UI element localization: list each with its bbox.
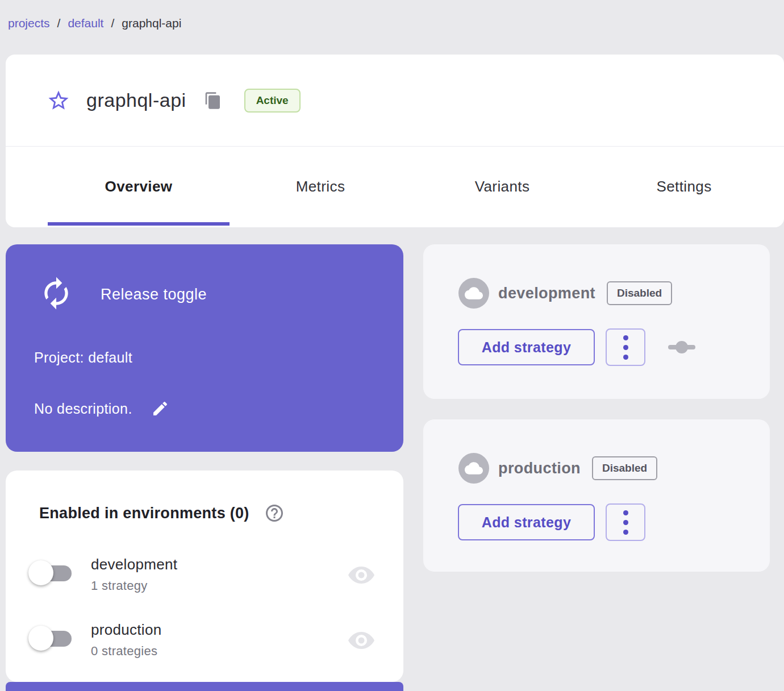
breadcrumb-link-default[interactable]: default — [68, 16, 103, 30]
flag-type-card: Release toggle Project: default No descr… — [6, 244, 403, 452]
environment-name: production — [498, 460, 581, 477]
status-badge: Active — [244, 89, 301, 113]
kebab-menu-icon[interactable] — [606, 328, 645, 366]
row-strategy-count: 0 strategies — [91, 644, 161, 659]
next-card-top-edge — [6, 682, 403, 691]
row-labels: production 0 strategies — [91, 621, 161, 659]
environment-actions: Add strategy — [458, 503, 645, 541]
row-labels: development 1 strategy — [91, 556, 177, 593]
cloud-icon — [458, 453, 489, 484]
tab-settings-label: Settings — [656, 178, 711, 195]
commit-icon — [668, 340, 695, 355]
header-card: graphql-api Active Overview Metrics Vari… — [6, 55, 784, 227]
enabled-environments-header: Enabled in environments (0) — [39, 503, 285, 523]
environment-card-production: production Disabled Add strategy — [423, 419, 770, 572]
tab-overview[interactable]: Overview — [48, 147, 230, 227]
flag-project-label: Project: default — [34, 349, 132, 366]
tab-settings[interactable]: Settings — [593, 147, 775, 227]
breadcrumb: projects / default / graphql-api — [8, 16, 181, 30]
add-strategy-button[interactable]: Add strategy — [458, 329, 595, 365]
flag-type-row: Release toggle — [39, 276, 207, 313]
pencil-icon[interactable] — [151, 399, 170, 418]
active-tab-underline — [48, 222, 230, 226]
breadcrumb-separator: / — [111, 16, 114, 30]
environment-toggle-row: development 1 strategy — [28, 556, 386, 608]
row-environment-name: development — [91, 556, 177, 573]
environment-toggle-row: production 0 strategies — [28, 621, 386, 673]
tab-overview-label: Overview — [105, 178, 173, 195]
row-strategy-count: 1 strategy — [91, 578, 177, 593]
breadcrumb-link-projects[interactable]: projects — [8, 16, 50, 30]
page-title: graphql-api — [86, 89, 186, 111]
title-row: graphql-api Active — [6, 55, 784, 147]
release-cycle-icon — [39, 276, 74, 313]
tab-bar: Overview Metrics Variants Settings — [6, 147, 784, 227]
kebab-menu-icon[interactable] — [606, 503, 645, 541]
copy-icon[interactable] — [203, 90, 223, 111]
enabled-environments-title: Enabled in environments (0) — [39, 505, 249, 522]
environment-header: production Disabled — [458, 453, 657, 484]
environment-status-badge: Disabled — [592, 456, 657, 480]
breadcrumb-separator: / — [57, 16, 61, 30]
eye-icon[interactable] — [348, 565, 375, 587]
tab-metrics[interactable]: Metrics — [230, 147, 411, 227]
add-strategy-button[interactable]: Add strategy — [458, 504, 595, 540]
cloud-icon — [458, 278, 489, 309]
development-toggle[interactable] — [28, 559, 73, 588]
tab-variants[interactable]: Variants — [411, 147, 593, 227]
eye-icon[interactable] — [348, 631, 375, 652]
tab-variants-label: Variants — [475, 178, 530, 195]
row-environment-name: production — [91, 621, 161, 639]
flag-type-label: Release toggle — [101, 286, 207, 303]
environment-actions: Add strategy — [458, 328, 695, 366]
help-circle-icon[interactable] — [264, 503, 285, 523]
favorite-star-icon[interactable] — [47, 89, 70, 113]
environment-name: development — [498, 285, 595, 302]
breadcrumb-current: graphql-api — [122, 16, 181, 30]
flag-description: No description. — [34, 401, 132, 417]
environment-status-badge: Disabled — [607, 281, 672, 305]
enabled-environments-card: Enabled in environments (0) development … — [6, 471, 403, 682]
tab-metrics-label: Metrics — [296, 178, 345, 195]
flag-description-row: No description. — [34, 399, 170, 418]
environment-header: development Disabled — [458, 278, 672, 309]
environment-card-development: development Disabled Add strategy — [423, 244, 770, 399]
production-toggle[interactable] — [28, 625, 73, 653]
